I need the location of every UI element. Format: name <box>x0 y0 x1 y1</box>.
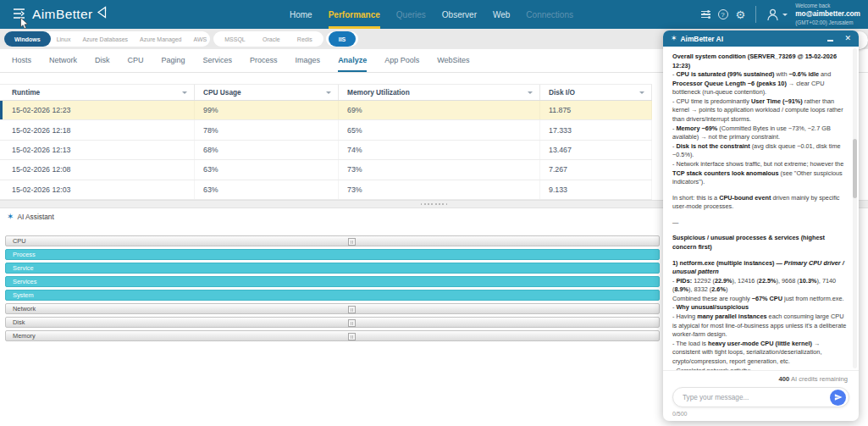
column-header-disk-i-o[interactable]: Disk I/O <box>540 85 652 100</box>
cell-disk: 13.467 <box>540 141 652 159</box>
accordion-section-memory[interactable]: Memory <box>5 330 660 341</box>
panel-scrollbar-thumb[interactable] <box>853 139 857 198</box>
nav-item-home[interactable]: Home <box>290 0 312 29</box>
ai-panel-header: ✶ AimBetter AI ✕ <box>663 30 859 47</box>
tab-websites[interactable]: WebSites <box>437 49 469 72</box>
tab-process[interactable]: Process <box>250 49 278 72</box>
close-icon[interactable]: ✕ <box>844 35 851 42</box>
aimbetter-ai-panel: ✶ AimBetter AI ✕ Overall system conditio… <box>663 30 859 421</box>
nav-item-web[interactable]: Web <box>493 0 510 29</box>
ai-paragraph: - The load is heavy user-mode CPU (littl… <box>672 340 847 367</box>
send-button[interactable] <box>830 390 846 406</box>
help-icon[interactable]: ? <box>718 9 728 19</box>
app-logo-text: AimBetter <box>32 7 93 22</box>
cell-runtime: 15-02-2026 12:23 <box>0 101 195 119</box>
checkbox-icon[interactable] <box>348 306 356 313</box>
table-row[interactable]: 15-02-2026 12:2399%69%11.875 <box>0 101 652 120</box>
nav-item-observer[interactable]: Observer <box>442 0 477 29</box>
platform-pill-redis[interactable]: Redis <box>291 36 318 42</box>
app-logo: AimBetter <box>32 6 107 22</box>
tab-app-pools[interactable]: App Pools <box>384 49 419 72</box>
platform-pill-iis[interactable]: IIS <box>329 31 357 47</box>
panel-scrollbar-track[interactable] <box>853 48 857 368</box>
accordion-section-service[interactable]: Service <box>5 263 660 274</box>
cell-cpu: 68% <box>195 141 339 159</box>
accordion-section-services[interactable]: Services <box>5 276 660 287</box>
table-row[interactable]: 15-02-2026 12:0363%73%9.133 <box>0 180 652 200</box>
user-info: Welcome back mo@aimbetter.com (GMT+02:00… <box>795 3 860 26</box>
table-row[interactable]: 15-02-2026 12:0863%73%7.267 <box>0 160 652 180</box>
ai-paragraph: - Correlated network activity: <box>672 367 847 371</box>
gear-icon[interactable]: ⚙ <box>736 9 746 20</box>
platform-pill-oracle[interactable]: Oracle <box>257 36 286 42</box>
accordion-section-cpu[interactable]: CPU <box>5 235 660 246</box>
nav-item-performance[interactable]: Performance <box>329 0 380 29</box>
ai-panel-title: AimBetter AI <box>681 35 723 43</box>
nav-item-queries[interactable]: Queries <box>396 0 426 29</box>
accordion-label: System <box>13 291 34 299</box>
cell-memory: 73% <box>339 180 540 199</box>
char-counter: 0/500 <box>672 411 849 417</box>
mouse-cursor <box>19 18 29 33</box>
table-header: RuntimeCPU UsageMemory UtilizationDisk I… <box>0 85 652 101</box>
sparkle-icon: ✶ <box>7 213 14 221</box>
platform-pill-azure-databases[interactable]: Azure Databases <box>76 36 134 42</box>
tab-services[interactable]: Services <box>203 49 233 72</box>
cell-memory: 73% <box>339 160 540 179</box>
ai-paragraph: - CPU is saturated (99% sustained) with … <box>672 70 847 97</box>
accordion-section-network[interactable]: Network <box>5 303 660 314</box>
ai-paragraph: Combined these are roughly ~67% CPU just… <box>672 295 847 304</box>
user-menu[interactable] <box>766 8 788 21</box>
table-body: 15-02-2026 12:2399%69%11.87515-02-2026 1… <box>0 101 652 200</box>
accordion-section-process[interactable]: Process <box>5 249 660 260</box>
cell-cpu: 63% <box>195 180 339 199</box>
user-email: mo@aimbetter.com <box>795 9 860 19</box>
platform-pill-aws[interactable]: AWS <box>188 36 213 42</box>
accordion-label: Disk <box>13 318 25 326</box>
tab-hosts[interactable]: Hosts <box>12 49 31 72</box>
cell-cpu: 63% <box>195 160 339 179</box>
ai-paragraph: Overall system condition (SERVER_73269 @… <box>672 53 847 70</box>
chevron-down-icon <box>782 14 788 16</box>
ai-paragraph: — <box>672 219 847 228</box>
nav-item-connections[interactable]: Connections <box>526 0 573 29</box>
table-row[interactable]: 15-02-2026 12:1878%65%17.333 <box>0 120 652 140</box>
ai-paragraph: - PIDs: 12292 (22.9%), 12416 (22.5%), 96… <box>672 277 847 295</box>
pill-group-os: WindowsLinuxAzure DatabasesAzure Managed… <box>4 31 210 47</box>
user-timezone: (GMT+02:00) Jerusalem <box>795 19 860 27</box>
checkbox-icon[interactable] <box>348 238 356 246</box>
cell-runtime: 15-02-2026 12:13 <box>0 141 195 159</box>
column-header-memory-utilization[interactable]: Memory Utilization <box>339 85 540 100</box>
tab-images[interactable]: Images <box>296 49 321 72</box>
accordion-section-disk[interactable]: Disk <box>5 317 660 328</box>
tab-cpu[interactable]: CPU <box>128 49 144 72</box>
tab-network[interactable]: Network <box>49 49 77 72</box>
platform-pill-mssql[interactable]: MSSQL <box>218 36 252 42</box>
topbar-right-controls: ? ⚙ Welcome back mo@aimbetter.com (GMT+0… <box>701 0 860 29</box>
message-input[interactable] <box>683 394 830 401</box>
table-row[interactable]: 15-02-2026 12:1368%74%13.467 <box>0 141 652 160</box>
tab-paging[interactable]: Paging <box>162 49 185 72</box>
sliders-icon[interactable] <box>701 9 710 20</box>
column-label: Memory Utilization <box>347 88 410 97</box>
topbar-divider <box>755 6 756 23</box>
minimize-button[interactable] <box>827 40 833 41</box>
ai-panel-footer: 400 AI credits remaining 0/500 <box>663 370 859 421</box>
platform-pill-linux[interactable]: Linux <box>51 36 77 42</box>
credits-remaining: 400 AI credits remaining <box>672 375 848 383</box>
platform-pill-windows[interactable]: Windows <box>4 31 51 47</box>
tab-analyze[interactable]: Analyze <box>338 49 367 72</box>
main-nav: HomePerformanceQueriesObserverWebConnect… <box>290 0 573 29</box>
column-label: Disk I/O <box>549 88 575 97</box>
sort-chevron-icon <box>639 91 644 94</box>
column-header-runtime[interactable]: Runtime <box>0 85 195 100</box>
logo-mark-icon <box>96 6 107 22</box>
tab-disk[interactable]: Disk <box>95 49 110 72</box>
column-header-cpu-usage[interactable]: CPU Usage <box>195 85 339 100</box>
checkbox-icon[interactable] <box>348 319 356 327</box>
platform-pill-azure-managed[interactable]: Azure Managed <box>134 36 187 42</box>
ai-paragraph: - Why unusual/suspicious <box>672 303 847 313</box>
checkbox-icon[interactable] <box>348 333 356 340</box>
cell-memory: 74% <box>339 141 540 159</box>
accordion-section-system[interactable]: System <box>5 290 660 301</box>
